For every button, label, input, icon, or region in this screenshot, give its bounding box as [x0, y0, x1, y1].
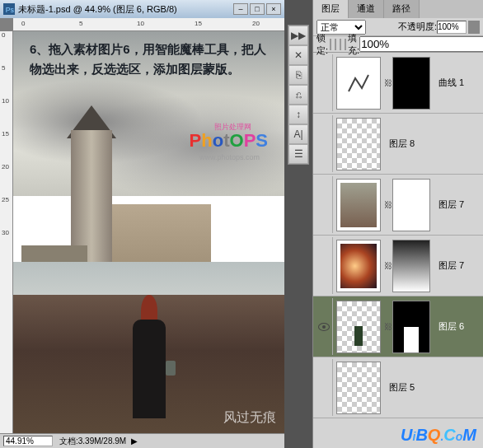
artist-watermark: 风过无痕: [223, 409, 276, 427]
panel-tabs: 图层 通道 路径: [313, 0, 483, 18]
canvas-castle: [21, 130, 186, 278]
layer-thumb[interactable]: [336, 301, 381, 353]
lock-label: 锁定:: [317, 32, 328, 57]
tool-align[interactable]: ↕: [288, 105, 308, 124]
layer-mask-thumb[interactable]: [392, 301, 430, 353]
vertical-toolbar: ▶▶ ✕ ⎘ ⎌ ↕ A| ☰: [288, 25, 309, 165]
visibility-toggle[interactable]: [315, 237, 333, 294]
opacity-input[interactable]: [437, 21, 467, 34]
layers-list: ⛓ 曲线 1 图层 8 ⛓ 图层 7 ⛓: [313, 53, 483, 432]
opacity-arrow-icon[interactable]: [468, 21, 480, 34]
instruction-text: 6、拖入素材图片6，用智能魔棒工具，把人物选出来，反选选区，添加图层蒙版。: [30, 40, 276, 79]
link-icon: ⛓: [384, 200, 392, 209]
titlebar[interactable]: Ps 未标题-1.psd @ 44.9% (图层 6, RGB/8) – □ ×: [0, 0, 284, 18]
layer-name[interactable]: 图层 8: [389, 138, 415, 150]
link-icon: ⛓: [384, 78, 392, 87]
layer-row[interactable]: ⛓ 曲线 1: [313, 53, 483, 114]
canvas[interactable]: 6、拖入素材图片6，用智能魔棒工具，把人物选出来，反选选区，添加图层蒙版。 照片…: [13, 31, 284, 435]
tool-nav[interactable]: ▶▶: [288, 26, 308, 45]
lock-all-icon[interactable]: [345, 39, 346, 50]
opacity-label: 不透明度:: [398, 21, 437, 33]
zoom-field[interactable]: 44.91%: [3, 436, 53, 446]
svg-text:Ps: Ps: [6, 6, 15, 14]
layers-panel: 图层 通道 路径 正常 不透明度: 锁定: 填充: ⛓ 曲线 1: [312, 0, 483, 448]
logo-url: www.photops.com: [199, 153, 260, 161]
layer-thumb[interactable]: [336, 362, 381, 414]
canvas-figure: [129, 295, 170, 418]
layer-name[interactable]: 图层 7: [438, 198, 464, 211]
close-button[interactable]: ×: [266, 3, 281, 15]
layer-mask-thumb[interactable]: [392, 57, 430, 110]
tool-history[interactable]: ⎌: [288, 85, 308, 105]
layer-thumb-adjustment[interactable]: [336, 57, 381, 110]
layer-row[interactable]: 图层 5: [313, 357, 483, 418]
visibility-toggle[interactable]: [315, 359, 333, 416]
panel-options-row2: 锁定: 填充:: [313, 36, 483, 53]
site-watermark: UiBQ.CoM: [401, 426, 476, 445]
visibility-toggle[interactable]: [315, 298, 333, 355]
link-icon: ⛓: [384, 322, 392, 331]
layer-name[interactable]: 图层 6: [438, 320, 464, 333]
window-title: 未标题-1.psd @ 44.9% (图层 6, RGB/8): [18, 3, 177, 16]
layer-thumb[interactable]: [336, 179, 381, 231]
tool-type[interactable]: A|: [288, 124, 308, 144]
visibility-toggle[interactable]: [315, 54, 333, 111]
lock-pixels-icon[interactable]: [335, 39, 336, 50]
layer-row[interactable]: ⛓ 图层 7: [313, 236, 483, 296]
doc-info: 文档:3.39M/28.9M: [59, 436, 126, 447]
panel-options-row1: 正常 不透明度:: [313, 18, 483, 36]
layer-row-selected[interactable]: ⛓ 图层 6: [313, 296, 483, 357]
photops-logo: PhotOPS: [190, 130, 268, 152]
layer-mask-thumb[interactable]: [392, 179, 430, 231]
tool-para[interactable]: ☰: [288, 144, 308, 164]
tab-layers[interactable]: 图层: [313, 0, 349, 18]
lock-transparent-icon[interactable]: [330, 39, 331, 50]
tab-channels[interactable]: 通道: [349, 0, 384, 18]
fill-label: 填充:: [348, 32, 359, 57]
maximize-button[interactable]: □: [250, 3, 265, 15]
layer-thumb[interactable]: [336, 118, 381, 170]
tool-cancel[interactable]: ✕: [288, 45, 308, 65]
layer-row[interactable]: 图层 8: [313, 114, 483, 175]
eye-icon: [318, 323, 330, 331]
tab-paths[interactable]: 路径: [384, 0, 420, 18]
fill-input[interactable]: [359, 36, 483, 52]
layer-row[interactable]: ⛓ 图层 7: [313, 175, 483, 236]
layer-name[interactable]: 图层 7: [438, 259, 464, 272]
visibility-toggle[interactable]: [315, 115, 333, 172]
layer-name[interactable]: 曲线 1: [438, 77, 464, 89]
app-icon: Ps: [3, 3, 15, 15]
info-arrow-icon[interactable]: ▶: [131, 436, 138, 446]
layer-name[interactable]: 图层 5: [389, 381, 415, 394]
ruler-horizontal: 0 5 10 15 20: [13, 18, 284, 31]
layer-mask-thumb[interactable]: [392, 240, 430, 292]
tool-layers[interactable]: ⎘: [288, 65, 308, 85]
document-window: Ps 未标题-1.psd @ 44.9% (图层 6, RGB/8) – □ ×…: [0, 0, 284, 448]
visibility-toggle[interactable]: [315, 176, 333, 233]
lock-position-icon[interactable]: [340, 39, 341, 50]
minimize-button[interactable]: –: [233, 3, 248, 15]
layer-thumb[interactable]: [336, 240, 381, 292]
statusbar: 44.91% 文档:3.39M/28.9M ▶: [0, 433, 284, 448]
link-icon: ⛓: [384, 261, 392, 270]
ruler-vertical: 051015202530: [0, 31, 13, 435]
